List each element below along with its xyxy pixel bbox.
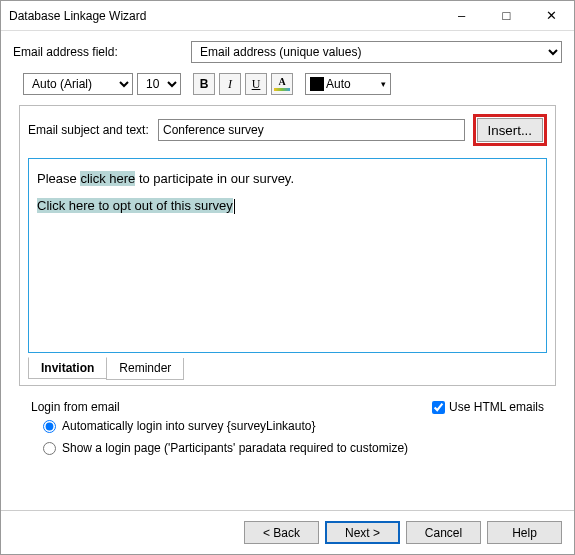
subject-label: Email subject and text: [28, 123, 150, 137]
bold-button[interactable]: B [193, 73, 215, 95]
font-select[interactable]: Auto (Arial) [23, 73, 133, 95]
format-toolbar: Auto (Arial) 10 B I U A Auto ▾ [13, 73, 562, 95]
login-radio-auto-input[interactable] [43, 420, 56, 433]
survey-link[interactable]: click here [80, 171, 135, 186]
tab-reminder[interactable]: Reminder [106, 358, 184, 380]
fill-color-select[interactable]: Auto ▾ [305, 73, 391, 95]
insert-highlight: Insert... [473, 114, 547, 146]
insert-button[interactable]: Insert... [477, 118, 543, 142]
maximize-button[interactable]: □ [484, 1, 529, 31]
use-html-checkbox[interactable]: Use HTML emails [432, 400, 544, 414]
color-swatch-icon [310, 77, 324, 91]
email-field-select[interactable]: Email address (unique values) [191, 41, 562, 63]
login-radio-auto[interactable]: Automatically login into survey {surveyL… [43, 419, 544, 433]
minimize-button[interactable]: – [439, 1, 484, 31]
text-cursor [234, 199, 235, 214]
chevron-down-icon: ▾ [381, 79, 386, 89]
font-size-select[interactable]: 10 [137, 73, 181, 95]
email-body-editor[interactable]: Please click here to participate in our … [28, 158, 547, 353]
italic-button[interactable]: I [219, 73, 241, 95]
help-button[interactable]: Help [487, 521, 562, 544]
login-radio-page-input[interactable] [43, 442, 56, 455]
text-color-button[interactable]: A [271, 73, 293, 95]
tab-invitation[interactable]: Invitation [28, 357, 107, 379]
editor-text: to participate in our survey. [135, 171, 294, 186]
editor-text: Please [37, 171, 80, 186]
footer-buttons: < Back Next > Cancel Help [1, 510, 574, 554]
login-from-email-label: Login from email [31, 400, 120, 414]
tab-bar: Invitation Reminder [28, 358, 555, 380]
use-html-checkbox-input[interactable] [432, 401, 445, 414]
cancel-button[interactable]: Cancel [406, 521, 481, 544]
titlebar: Database Linkage Wizard – □ ✕ [1, 1, 574, 31]
subject-input[interactable] [158, 119, 465, 141]
login-radio-page[interactable]: Show a login page ('Participants' parada… [43, 441, 544, 455]
underline-button[interactable]: U [245, 73, 267, 95]
window-title: Database Linkage Wizard [9, 9, 439, 23]
next-button[interactable]: Next > [325, 521, 400, 544]
optout-link[interactable]: Click here to opt out of this survey [37, 198, 233, 213]
close-button[interactable]: ✕ [529, 1, 574, 31]
email-field-label: Email address field: [13, 45, 183, 59]
back-button[interactable]: < Back [244, 521, 319, 544]
email-panel: Email subject and text: Insert... Please… [19, 105, 556, 386]
